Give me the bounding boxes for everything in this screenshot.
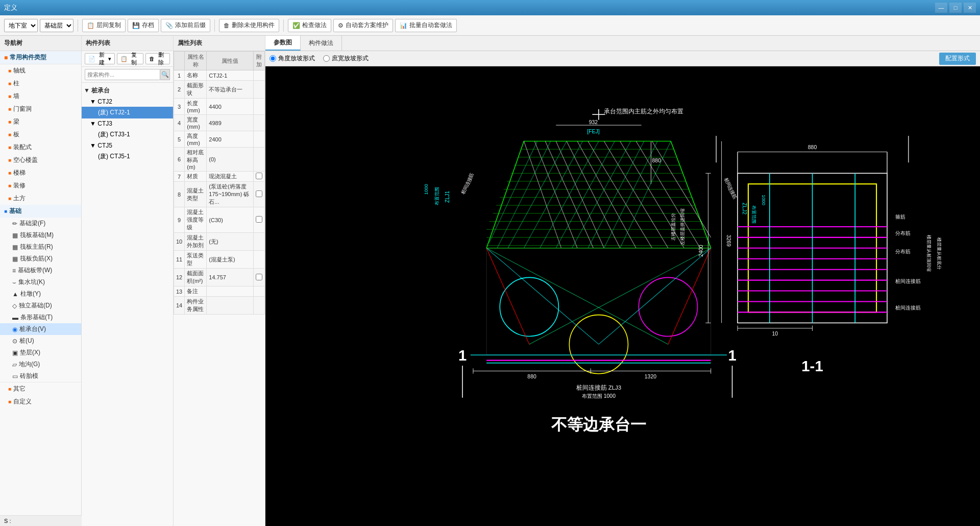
sidebar-item-assembly[interactable]: ■ 装配式 xyxy=(0,141,81,154)
sidebar-item-tire-mold[interactable]: ▭ 砖胎模 xyxy=(0,370,81,382)
attr-checkbox-input[interactable] xyxy=(256,190,262,197)
sidebar-item-decoration[interactable]: ■ 装修 xyxy=(0,179,81,192)
sidebar-item-custom[interactable]: ■ 自定义 xyxy=(0,395,81,408)
tree-ctj3[interactable]: ▼ CTJ3 xyxy=(82,118,173,129)
attr-checkbox-input[interactable] xyxy=(256,216,262,223)
sidebar-item-wall[interactable]: ■ 墙 xyxy=(0,90,81,103)
section-marker-left: 1 xyxy=(458,347,467,364)
sidebar-item-cushion[interactable]: ▣ 垫层(X) xyxy=(0,347,81,358)
angle-slope-radio[interactable] xyxy=(270,55,276,62)
attr-name: 名称 xyxy=(185,70,207,81)
width-slope-option[interactable]: 庶宽放坡形式 xyxy=(323,54,369,63)
layer-copy-button[interactable]: 📋 层间复制 xyxy=(82,19,126,32)
add-prefix-button[interactable]: 📎 添加前后缀 xyxy=(161,19,210,32)
tree-root-pile-cap[interactable]: ▼ 桩承台 xyxy=(82,85,173,97)
layer-select[interactable]: 基础层 xyxy=(40,19,74,32)
attr-value[interactable]: 14.757 xyxy=(207,269,254,286)
attr-value[interactable]: 2400 xyxy=(207,131,254,148)
search-button[interactable]: 🔍 xyxy=(160,69,170,80)
sidebar-item-box-main-bar[interactable]: ▦ 筏板主筋(R) xyxy=(0,241,81,253)
attr-checkbox-input[interactable] xyxy=(256,274,262,280)
attr-value[interactable]: 现浇混凝土 xyxy=(207,172,254,182)
delete-unused-icon: 🗑 xyxy=(224,22,230,29)
attr-value[interactable]: CTJ2-1 xyxy=(207,70,254,81)
width-slope-radio[interactable] xyxy=(323,55,330,62)
new-comp-button[interactable]: 📄 新建 ▾ xyxy=(85,53,115,64)
attr-extra[interactable] xyxy=(254,182,265,207)
auto-maintain-button[interactable]: ⚙ 自动套方案维护 xyxy=(333,19,393,32)
floor-select[interactable]: 地下室 xyxy=(4,19,38,32)
tree-ctj2[interactable]: ▼ CTJ2 xyxy=(82,97,173,107)
sidebar-item-earthwork[interactable]: ■ 土方 xyxy=(0,192,81,205)
common-types-header[interactable]: ■ 常用构件类型 xyxy=(0,51,81,64)
sidebar-item-box-neg-bar[interactable]: ▦ 筏板负筋(X) xyxy=(0,253,81,265)
close-button[interactable]: ✕ xyxy=(964,3,976,13)
table-row: 14构件业务属性 xyxy=(174,297,265,315)
section-label-pile-conn-bar: 桩间连接筋 xyxy=(895,278,921,284)
sidebar-item-isolated-found[interactable]: ◇ 独立基础(D) xyxy=(0,300,81,312)
width-slope-label: 庶宽放坡形式 xyxy=(332,54,369,63)
batch-auto-button[interactable]: 📊 批量自动套做法 xyxy=(395,19,457,32)
config-form-button[interactable]: 配置形式 xyxy=(939,53,976,65)
tree-ctj2-1[interactable]: (废) CTJ2-1 xyxy=(82,107,173,118)
delete-comp-button[interactable]: 🗑 删除 xyxy=(145,53,170,64)
hollow-cover-icon: ■ xyxy=(8,157,11,163)
attr-value[interactable]: (无) xyxy=(207,233,254,251)
copy-comp-button[interactable]: 📋 复制 xyxy=(117,53,143,64)
attr-value[interactable]: (0) xyxy=(207,148,254,172)
table-row: 8混凝土类型(泵送砼(坍落度175~190mm) 砾石... xyxy=(174,182,265,207)
maximize-button[interactable]: □ xyxy=(949,3,962,13)
tab-methods[interactable]: 构件做法 xyxy=(301,36,342,51)
minimize-button[interactable]: — xyxy=(935,3,947,13)
attr-checkbox-input[interactable] xyxy=(256,173,262,179)
sidebar-item-pile-cap[interactable]: ◉ 桩承台(V) xyxy=(0,323,81,335)
layer-copy-icon: 📋 xyxy=(87,22,94,29)
section-label-pile-conn-bar2: 桩间连接筋 xyxy=(895,305,921,310)
sidebar-item-door-window[interactable]: ■ 门窗洞 xyxy=(0,103,81,115)
sidebar-item-base-slab[interactable]: ≡ 基础板带(W) xyxy=(0,265,81,276)
sidebar-item-box-foundation[interactable]: ▦ 筏板基础(M) xyxy=(0,229,81,241)
assembly-label: 装配式 xyxy=(13,143,32,152)
attr-value[interactable]: (混凝土泵) xyxy=(207,251,254,269)
save-button[interactable]: 💾 存档 xyxy=(128,19,159,32)
sidebar-item-hollow-cover[interactable]: ■ 空心楼盖 xyxy=(0,154,81,166)
attr-value[interactable] xyxy=(207,286,254,297)
attr-value[interactable]: (C30) xyxy=(207,207,254,233)
tab-params[interactable]: 参数图 xyxy=(265,36,301,51)
sidebar-item-column-pier[interactable]: ▲ 柱墩(Y) xyxy=(0,288,81,300)
attr-value[interactable]: 4400 xyxy=(207,99,254,115)
sidebar-item-foundation-beam[interactable]: ✏ 基础梁(F) xyxy=(0,218,81,229)
sidebar-item-slab[interactable]: ■ 板 xyxy=(0,128,81,141)
delete-unused-button[interactable]: 🗑 删除未使用构件 xyxy=(219,19,279,32)
sidebar-item-other[interactable]: ■ 其它 xyxy=(0,382,81,395)
tree-expand-icon: ▼ xyxy=(90,142,96,149)
label-fej: [FEJ] xyxy=(587,129,599,134)
tree-ctj3-1[interactable]: (废) CTJ3-1 xyxy=(82,129,173,140)
tree-ctj5-1[interactable]: (废) CTJ5-1 xyxy=(82,151,173,162)
sidebar-item-strip-found[interactable]: ▬ 条形基础(T) xyxy=(0,312,81,323)
sidebar-item-stair[interactable]: ■ 楼梯 xyxy=(0,166,81,179)
attr-extra[interactable] xyxy=(254,207,265,233)
pile-icon: ⊙ xyxy=(12,338,17,345)
cap-hatch xyxy=(486,141,711,246)
sidebar-item-collection-pit[interactable]: ⌣ 集水坑(K) xyxy=(0,276,81,288)
sidebar-item-column[interactable]: ■ 柱 xyxy=(0,77,81,90)
sidebar-item-beam[interactable]: ■ 梁 xyxy=(0,115,81,128)
check-method-button[interactable]: ✅ 检查做法 xyxy=(288,19,331,32)
sidebar-item-trench[interactable]: ▱ 地沟(G) xyxy=(0,358,81,370)
attr-value[interactable]: (泵送砼(坍落度175~190mm) 砾石... xyxy=(207,182,254,207)
attr-value[interactable] xyxy=(207,297,254,315)
attr-value[interactable]: 4989 xyxy=(207,115,254,131)
attr-extra[interactable] xyxy=(254,269,265,286)
pile-conn-right-label: 桩间连接筋 xyxy=(723,176,738,200)
attr-extra[interactable] xyxy=(254,172,265,182)
common-types-label: 常用构件类型 xyxy=(10,53,46,62)
foundation-group-header[interactable]: ■ 基础 xyxy=(0,205,81,218)
attr-value[interactable]: 不等边承台一 xyxy=(207,81,254,99)
main-layout: 导航树 ■ 常用构件类型 ■ 轴线 ■ 柱 ■ 墙 ■ 门窗洞 ■ 梁 ■ xyxy=(0,36,980,526)
search-input[interactable] xyxy=(85,69,160,80)
tree-ctj5[interactable]: ▼ CTJ5 xyxy=(82,140,173,151)
sidebar-item-pile[interactable]: ⊙ 桩(U) xyxy=(0,335,81,347)
sidebar-item-axis[interactable]: ■ 轴线 xyxy=(0,64,81,77)
angle-slope-option[interactable]: 角度放坡形式 xyxy=(270,54,315,63)
